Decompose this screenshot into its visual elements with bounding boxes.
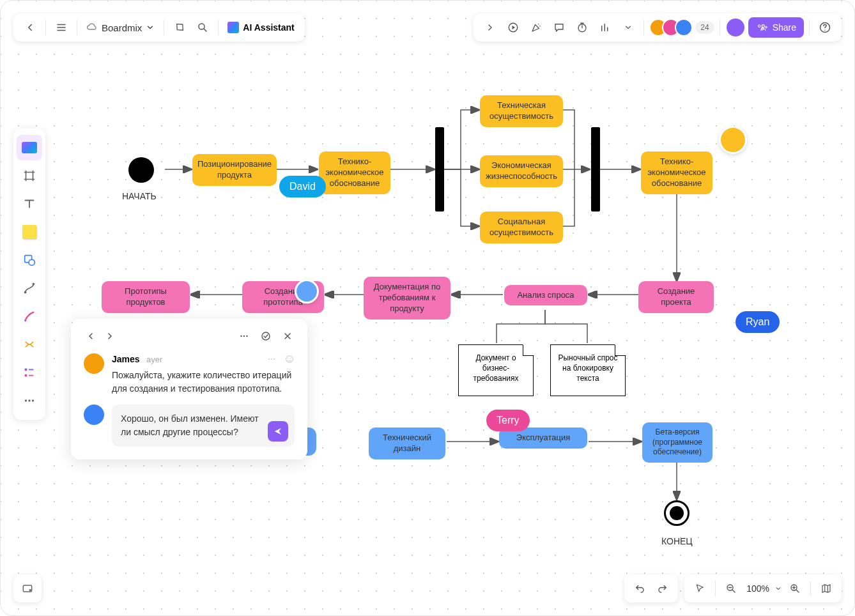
tool-sticky-note[interactable] [17, 219, 42, 245]
emoji-icon[interactable] [284, 354, 295, 364]
sticky-icon [22, 225, 36, 239]
confetti-button[interactable] [526, 17, 546, 38]
prev-comment-button[interactable] [84, 329, 98, 343]
file-name-dropdown[interactable]: Boardmix [82, 22, 158, 33]
node-prd[interactable]: Документация по требованиям к продукту [364, 277, 451, 320]
tool-boardmix[interactable] [17, 135, 42, 160]
divider [720, 20, 720, 35]
svg-point-45 [290, 358, 291, 358]
ai-assistant-button[interactable]: AI Assistant [224, 22, 298, 33]
share-button[interactable]: Share [748, 17, 804, 38]
doc-business-requirements[interactable]: Документ о бизнес-требованиях [458, 344, 534, 396]
svg-point-16 [538, 24, 539, 25]
parallel-bar-2[interactable] [591, 127, 600, 212]
tool-text[interactable] [17, 191, 42, 217]
tool-brush[interactable] [17, 304, 42, 329]
comment-item-more-icon[interactable] [266, 354, 277, 364]
share-label: Share [773, 22, 796, 33]
next-comment-button[interactable] [103, 329, 117, 343]
comment-text: Пожалуйста, укажите количество итераций … [112, 369, 295, 396]
chevron-down-icon[interactable] [774, 585, 782, 592]
node-positioning[interactable]: Позиционирование продукта [192, 154, 277, 186]
node-tech-feasibility[interactable]: Техническая осуществимость [480, 95, 563, 127]
bottom-right-toolbar: 100% [624, 574, 842, 603]
send-icon [273, 426, 283, 436]
play-button[interactable] [503, 17, 523, 38]
comment-more-button[interactable] [237, 329, 251, 343]
doc-text: Рыночный спрос на блокировку текста [558, 353, 617, 383]
parallel-bar-1[interactable] [435, 127, 444, 212]
svg-point-30 [28, 399, 30, 401]
node-beta[interactable]: Бета-версия (программное обеспечение) [642, 422, 712, 463]
collaborator-avatars[interactable]: 24 [649, 19, 714, 36]
svg-point-36 [240, 335, 242, 337]
tool-list[interactable] [17, 360, 42, 385]
avatar [675, 19, 693, 36]
map-view-button[interactable] [816, 578, 836, 599]
svg-rect-28 [25, 374, 27, 377]
end-label: КОНЕЦ [661, 536, 693, 546]
start-node[interactable] [128, 157, 154, 183]
search-button[interactable] [192, 17, 213, 38]
more-chevron-icon[interactable] [618, 17, 638, 38]
svg-point-14 [199, 24, 204, 29]
start-label: НАЧАТЬ [122, 191, 157, 201]
cursor-tool[interactable] [689, 578, 710, 599]
redo-button[interactable] [652, 578, 673, 599]
comment-time: ayer [146, 355, 162, 364]
collaborator-avatar-float-2[interactable] [295, 279, 319, 304]
zoom-group: 100% [684, 574, 842, 603]
divider [45, 20, 46, 35]
cursor-label-david: David [279, 176, 326, 197]
node-feasibility-2[interactable]: Технико-экономическое обоснование [641, 151, 712, 194]
node-create-project[interactable]: Создание проекта [638, 281, 714, 313]
resolve-button[interactable] [259, 329, 273, 343]
svg-point-26 [33, 283, 35, 286]
end-node[interactable] [664, 500, 689, 526]
divider [643, 20, 644, 35]
zoom-out-button[interactable] [721, 578, 741, 599]
send-reply-button[interactable] [268, 421, 288, 442]
node-social[interactable]: Социальная осуществимость [480, 212, 563, 243]
doc-fold-icon [523, 344, 534, 356]
svg-point-40 [268, 358, 270, 360]
collaborator-avatar-float[interactable] [719, 126, 747, 154]
tool-frame[interactable] [17, 163, 42, 189]
timer-button[interactable] [572, 17, 592, 38]
header-right-toolbar: 24 Share [474, 13, 842, 42]
svg-point-39 [262, 332, 270, 340]
chart-button[interactable] [595, 17, 615, 38]
tag-button[interactable] [169, 17, 190, 38]
help-button[interactable] [815, 17, 835, 38]
tool-shape[interactable] [17, 247, 42, 273]
zoom-value[interactable]: 100% [744, 583, 772, 594]
node-prototypes[interactable]: Прототипы продуктов [102, 281, 190, 313]
node-feasibility-1[interactable]: Технико-экономическое обоснование [319, 151, 390, 194]
undo-button[interactable] [629, 578, 650, 599]
bottom-panel-toggle[interactable] [13, 574, 42, 603]
back-button[interactable] [20, 17, 40, 38]
divider [164, 20, 164, 35]
ai-logo-icon [227, 22, 239, 33]
svg-point-42 [273, 358, 275, 360]
tool-more[interactable] [17, 388, 42, 413]
node-economic[interactable]: Экономическая жизнеспособность [480, 155, 563, 187]
svg-point-33 [29, 589, 31, 591]
tool-mindmap[interactable] [17, 332, 42, 357]
avatar [84, 353, 104, 374]
my-avatar[interactable] [725, 17, 746, 38]
node-demand-analysis[interactable]: Анализ спроса [504, 285, 587, 305]
svg-point-38 [246, 335, 247, 337]
menu-button[interactable] [51, 17, 72, 38]
tool-connector[interactable] [17, 275, 42, 301]
avatar-count: 24 [695, 21, 714, 34]
zoom-in-button[interactable] [785, 578, 805, 599]
reply-row: Хорошо, он был изменен. Имеют ли смысл д… [84, 404, 295, 447]
doc-text: Документ о бизнес-требованиях [474, 353, 519, 383]
node-tech-design[interactable]: Технический дизайн [369, 427, 445, 459]
comment-button[interactable] [549, 17, 569, 38]
chevron-right-icon[interactable] [480, 17, 500, 38]
close-comment-button[interactable] [281, 329, 295, 343]
doc-market-demand[interactable]: Рыночный спрос на блокировку текста [550, 344, 626, 396]
svg-point-41 [271, 358, 272, 360]
